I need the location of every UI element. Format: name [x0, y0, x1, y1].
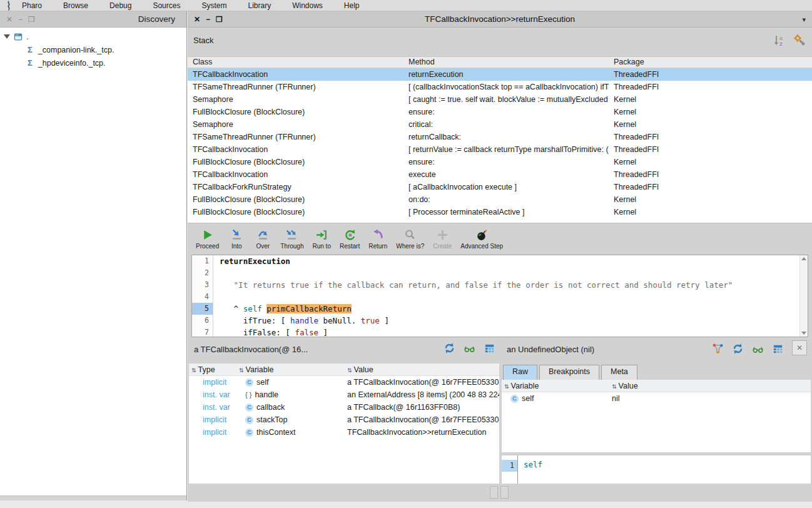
window-menu-icon[interactable]: ▾ — [802, 11, 806, 28]
column-header-value[interactable]: Value — [354, 365, 373, 374]
stack-row[interactable]: FullBlockClosure (BlockClosure)ensure:Ke… — [188, 106, 812, 118]
refresh-icon[interactable] — [444, 342, 455, 354]
stack-cell-method: returnExecution — [403, 68, 609, 81]
code-line: returnExecution — [220, 255, 799, 267]
inspector-right-title: an UndefinedObject (nil) — [507, 345, 594, 354]
whereis-button[interactable]: Where is? — [393, 227, 427, 251]
pager-next-button[interactable] — [500, 486, 509, 499]
expander-triangle-icon[interactable] — [4, 34, 10, 39]
minimize-icon[interactable]: − — [206, 11, 210, 28]
column-header-package[interactable]: Package — [609, 57, 812, 68]
tree-root-item[interactable]: . — [0, 30, 186, 43]
menu-item-help[interactable]: Help — [338, 1, 375, 10]
browse-icon[interactable] — [772, 343, 784, 355]
close-icon[interactable]: ✕ — [194, 11, 200, 28]
over-icon — [256, 228, 270, 241]
stack-row[interactable]: Semaphore[ caught := true. self wait. bl… — [188, 93, 812, 106]
refresh-icon[interactable] — [732, 343, 744, 355]
over-button[interactable]: Over — [251, 227, 275, 251]
stack-row[interactable]: TFSameThreadRunner (TFRunner)[ (callback… — [188, 81, 812, 93]
code-editor[interactable]: 1234567 returnExecution "It returns true… — [191, 255, 808, 337]
menu-item-debug[interactable]: Debug — [104, 1, 147, 10]
tree-item[interactable]: Σ_hpdeviceinfo._tcp. — [0, 56, 186, 69]
restart-button[interactable]: Restart — [337, 227, 363, 251]
sort-az-icon[interactable]: az — [773, 34, 786, 46]
tree-item[interactable]: Σ_companion-link._tcp. — [0, 43, 186, 56]
column-header-value[interactable]: Value — [619, 382, 638, 390]
variable-row[interactable]: implicitCstackTopa TFCallbackInvocation(… — [189, 414, 499, 426]
menu-item-pharo[interactable]: Pharo — [16, 1, 58, 10]
runto-button[interactable]: Run to — [310, 227, 334, 251]
editor-code[interactable]: returnExecution "It returns true if the … — [214, 255, 799, 337]
column-header-variable[interactable]: Variable — [246, 365, 274, 374]
close-inspector-button[interactable]: ✕ — [792, 340, 807, 355]
debugger-title: TFCallbackInvocation>>returnExecution — [188, 11, 812, 28]
menu-item-library[interactable]: Library — [242, 1, 287, 10]
stack-cell-class: TFCallbackInvocation — [188, 168, 403, 181]
minimize-icon[interactable]: − — [18, 11, 23, 28]
maximize-icon[interactable]: ❒ — [28, 11, 35, 28]
close-icon[interactable]: ✕ — [6, 11, 13, 28]
stack-cell-class: TFSameThreadRunner (TFRunner) — [188, 131, 403, 143]
column-header-variable[interactable]: Variable — [511, 382, 539, 390]
stack-cell-method: on:do: — [403, 193, 609, 206]
maximize-icon[interactable]: ❒ — [216, 11, 223, 28]
toolbar-button-label: Restart — [340, 243, 360, 250]
tree-item-label: _hpdeviceinfo._tcp. — [38, 59, 106, 68]
editor-scrollbar[interactable] — [799, 255, 808, 337]
menu-item-browse[interactable]: Browse — [58, 1, 104, 10]
mini-editor-code[interactable]: self — [518, 455, 811, 484]
into-button[interactable]: Into — [225, 227, 248, 251]
stack-row[interactable]: TFSameThreadRunner (TFRunner)returnCallb… — [188, 131, 812, 143]
stack-row[interactable]: TFCallbackInvocationexecuteThreadedFFI — [188, 168, 812, 181]
browse-icon[interactable] — [484, 342, 495, 354]
menu-item-system[interactable]: System — [196, 1, 242, 10]
code-line — [220, 291, 799, 303]
variable-type: implicit — [189, 414, 236, 426]
stack-row[interactable]: FullBlockClosure (BlockClosure)on:do:Ker… — [188, 193, 812, 206]
inspector-code-editor[interactable]: 1 self — [502, 455, 811, 484]
filter-funnel-icon[interactable] — [712, 343, 724, 355]
advanced-button[interactable]: Advanced Step — [457, 227, 506, 251]
variable-name: Ccallback — [236, 401, 345, 414]
pager-prev-button[interactable] — [490, 486, 498, 499]
stack-row[interactable]: TFCallbackInvocation[ returnValue := cal… — [188, 143, 812, 156]
stack-row[interactable]: FullBlockClosure (BlockClosure)[ Process… — [188, 206, 812, 218]
tab-raw[interactable]: Raw — [503, 365, 537, 380]
toolbar-button-label: Through — [280, 243, 303, 250]
proceed-button[interactable]: Proceed — [193, 227, 222, 251]
create-button[interactable]: Create — [430, 227, 455, 251]
menu-item-windows[interactable]: Windows — [287, 1, 338, 10]
variable-row[interactable]: inst. var{ }handlean ExternalAddress [8 … — [189, 389, 499, 401]
stack-row[interactable]: TFCallbackForkRunStrategy[ aCallbackInvo… — [188, 181, 812, 193]
tab-meta[interactable]: Meta — [601, 365, 637, 380]
stack-row[interactable]: TFCallbackInvocationreturnExecutionThrea… — [188, 68, 812, 81]
column-header-type[interactable]: Type — [198, 365, 215, 374]
line-number: 7 — [192, 327, 213, 337]
code-line: ifFalse: [ false ] — [220, 327, 799, 337]
variable-row[interactable]: Cselfnil — [502, 392, 811, 405]
return-button[interactable]: Return — [365, 227, 390, 251]
variable-name: Cself — [236, 376, 345, 389]
settings-wrench-icon[interactable] — [793, 34, 806, 46]
inspect-glasses-icon[interactable] — [752, 343, 764, 355]
inspect-glasses-icon[interactable] — [464, 342, 475, 354]
variable-value: a TFCallback(@ 16r1163FF0B8) — [345, 401, 499, 414]
menu-item-sources[interactable]: Sources — [147, 1, 196, 10]
column-header-method[interactable]: Method — [403, 57, 609, 68]
variable-row[interactable]: implicitCthisContextTFCallbackInvocation… — [189, 426, 499, 439]
stack-row[interactable]: Semaphorecritical:Kernel — [188, 118, 812, 131]
stack-cell-class: FullBlockClosure (BlockClosure) — [188, 156, 403, 168]
scroll-down-icon[interactable] — [801, 332, 806, 335]
stack-cell-class: Semaphore — [188, 93, 403, 106]
column-header-class[interactable]: Class — [188, 57, 403, 68]
tab-breakpoints[interactable]: Breakpoints — [539, 365, 599, 380]
discovery-tree: . Σ_companion-link._tcp.Σ_hpdeviceinfo._… — [0, 28, 186, 495]
menu-bar: PharoBrowseDebugSourcesSystemLibraryWind… — [0, 0, 812, 11]
stack-row[interactable]: FullBlockClosure (BlockClosure)ensure:Ke… — [188, 156, 812, 168]
inspector-left: a TFCallbackInvocation(@ 16... ⇅Type ⇅Va… — [189, 337, 499, 484]
scroll-up-icon[interactable] — [801, 257, 806, 260]
variable-row[interactable]: implicitCselfa TFCallbackInvocation(@ 16… — [189, 376, 499, 389]
variable-row[interactable]: inst. varCcallbacka TFCallback(@ 16r1163… — [189, 401, 499, 414]
through-button[interactable]: Through — [277, 227, 307, 251]
